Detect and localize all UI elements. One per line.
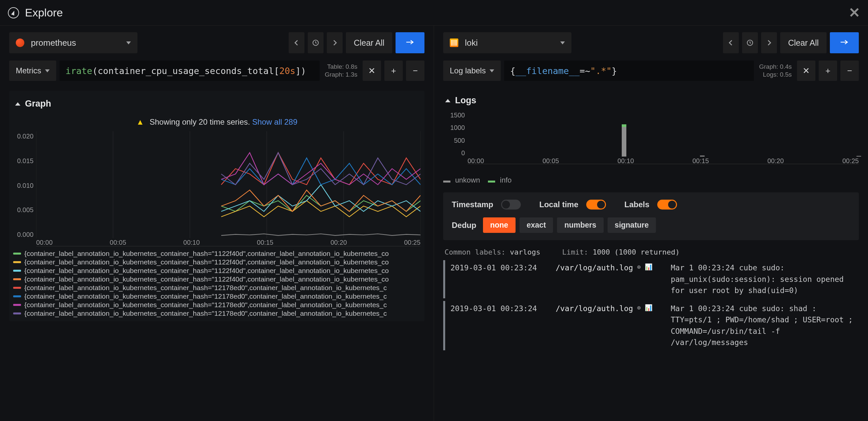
- hist-bar[interactable]: [622, 127, 626, 156]
- hist-bar[interactable]: [700, 156, 705, 156]
- chevron-down-icon: [560, 41, 565, 44]
- label-labels: Labels: [624, 200, 649, 209]
- toggle-labels[interactable]: [657, 200, 677, 210]
- label-timestamp: Timestamp: [452, 200, 493, 209]
- swatch: [13, 312, 21, 314]
- clear-all-button[interactable]: Clear All: [346, 32, 392, 53]
- swatch: [13, 304, 21, 306]
- log-list: 2019-03-01 00:23:24/var/log/auth.log⊕📊Ma…: [443, 260, 859, 350]
- limit-label: Limit:: [562, 248, 588, 256]
- plot-area[interactable]: [468, 112, 859, 164]
- legend-item[interactable]: {container_label_annotation_io_kubernete…: [13, 258, 421, 266]
- legend-label: {container_label_annotation_io_kubernete…: [24, 301, 387, 309]
- log-file-path: /var/log/auth.log: [556, 303, 633, 314]
- top-bar: Explore ✕: [0, 0, 868, 26]
- add-query-button[interactable]: +: [819, 61, 837, 81]
- logs-controls: Timestamp Local time Labels Dedup noneex…: [443, 192, 859, 240]
- stats-icon[interactable]: 📊: [645, 303, 653, 312]
- dedup-none[interactable]: none: [483, 217, 516, 233]
- dedup-signature[interactable]: signature: [608, 217, 656, 233]
- legend-item[interactable]: {container_label_annotation_io_kubernete…: [13, 250, 421, 258]
- log-row: 2019-03-01 00:23:24/var/log/auth.log⊕📊Ma…: [443, 301, 859, 350]
- datasource-name: prometheus: [31, 38, 126, 48]
- datasource-name: loki: [465, 38, 560, 48]
- query-row: Log labels {__filename__=~".*"} Graph: 0…: [443, 61, 859, 81]
- legend-item[interactable]: {container_label_annotation_io_kubernete…: [13, 275, 421, 283]
- collapse-query-button[interactable]: −: [840, 61, 859, 81]
- run-query-button[interactable]: [830, 32, 859, 53]
- dedup-exact[interactable]: exact: [520, 217, 553, 233]
- log-timestamp: 2019-03-01 00:23:24: [451, 303, 549, 348]
- clear-all-button[interactable]: Clear All: [780, 32, 827, 53]
- collapse-query-button[interactable]: −: [406, 61, 425, 81]
- swatch: [13, 295, 21, 297]
- stats-icon[interactable]: 📊: [645, 262, 653, 272]
- zoom-icon[interactable]: ⊕: [637, 303, 641, 312]
- history-back-button[interactable]: [723, 32, 739, 53]
- legend-item[interactable]: {container_label_annotation_io_kubernete…: [13, 309, 421, 318]
- common-labels-label: Common labels:: [444, 248, 505, 256]
- section-title: Logs: [455, 95, 476, 106]
- history-forward-button[interactable]: [761, 32, 777, 53]
- left-toolbar: prometheus Clear All: [9, 32, 425, 53]
- remove-query-button[interactable]: ✕: [363, 61, 381, 81]
- hist-bar[interactable]: [622, 124, 626, 127]
- limit-value: 1000 (1000 returned): [592, 248, 680, 256]
- right-toolbar: loki Clear All: [443, 32, 859, 53]
- stat-graph: Graph: 1.3s: [325, 71, 358, 78]
- history-clock-button[interactable]: [308, 32, 323, 53]
- warning-line: ▲ Showing only 20 time series. Show all …: [13, 117, 421, 127]
- legend-item[interactable]: {container_label_annotation_io_kubernete…: [13, 292, 421, 300]
- datasource-select[interactable]: prometheus: [9, 32, 137, 53]
- loki-icon: [450, 38, 458, 47]
- remove-query-button[interactable]: ✕: [797, 61, 815, 81]
- swatch: [13, 270, 21, 272]
- legend-label: {container_label_annotation_io_kubernete…: [24, 284, 387, 292]
- query-metric: container_cpu_usage_seconds_total: [98, 66, 274, 76]
- common-labels-value: varlogs: [510, 248, 540, 256]
- collapse-caret-icon[interactable]: [445, 99, 451, 102]
- swatch-unknown: [443, 181, 451, 183]
- hist-legend: unkown info: [443, 176, 859, 184]
- collapse-caret-icon[interactable]: [15, 102, 20, 106]
- query-label: __filename__: [516, 66, 580, 76]
- page-title: Explore: [25, 6, 848, 19]
- add-query-button[interactable]: +: [384, 61, 403, 81]
- legend-label: {container_label_annotation_io_kubernete…: [24, 309, 387, 318]
- query-input[interactable]: {__filename__=~".*"}: [504, 61, 753, 81]
- legend-label: {container_label_annotation_io_kubernete…: [24, 250, 389, 258]
- legend-item[interactable]: {container_label_annotation_io_kubernete…: [13, 267, 421, 275]
- stat-logs: Logs: 0.5s: [759, 71, 792, 78]
- query-type-select[interactable]: Metrics: [9, 61, 56, 81]
- legend-unknown: unkown: [455, 176, 480, 184]
- dedup-options: noneexactnumberssignature: [483, 217, 656, 233]
- swatch: [13, 261, 21, 263]
- chevron-down-icon: [126, 41, 131, 44]
- toggle-localtime[interactable]: [586, 200, 606, 210]
- y-axis: 150010005000: [443, 112, 468, 164]
- query-type-select[interactable]: Log labels: [443, 61, 501, 81]
- dedup-numbers[interactable]: numbers: [557, 217, 603, 233]
- legend-item[interactable]: {container_label_annotation_io_kubernete…: [13, 301, 421, 309]
- close-icon[interactable]: ✕: [848, 5, 860, 21]
- history-forward-button[interactable]: [327, 32, 343, 53]
- show-all-link[interactable]: Show all 289: [252, 117, 297, 126]
- legend-item[interactable]: {container_label_annotation_io_kubernete…: [13, 284, 421, 292]
- toggle-timestamp[interactable]: [501, 200, 521, 210]
- chevron-down-icon: [45, 69, 50, 72]
- history-clock-button[interactable]: [742, 32, 758, 53]
- warning-text: Showing only 20 time series.: [150, 117, 250, 126]
- datasource-select[interactable]: loki: [443, 32, 571, 53]
- query-input[interactable]: irate(container_cpu_usage_seconds_total[…: [60, 61, 319, 81]
- run-query-button[interactable]: [396, 32, 425, 53]
- legend-info: info: [500, 176, 512, 184]
- plot-area[interactable]: [36, 131, 421, 246]
- zoom-icon[interactable]: ⊕: [637, 262, 641, 272]
- chevron-down-icon: [490, 69, 494, 72]
- legend-label: {container_label_annotation_io_kubernete…: [24, 267, 389, 275]
- history-back-button[interactable]: [289, 32, 305, 53]
- x-axis: 00:0000:0500:1000:1500:2000:25: [468, 157, 859, 165]
- log-message: Mar 1 00:23:24 cube sudo: shad : TTY=pts…: [671, 303, 859, 348]
- prometheus-icon: [16, 38, 24, 47]
- hist-bar[interactable]: [857, 156, 861, 156]
